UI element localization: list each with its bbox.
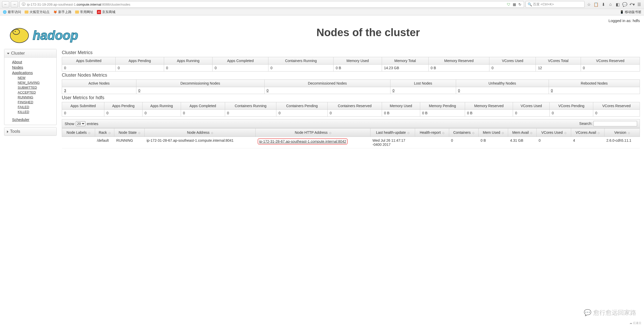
col-header: VCores Pending bbox=[550, 102, 593, 110]
metric-value: 0 bbox=[264, 87, 390, 94]
col-header: Rebooted Nodes bbox=[549, 80, 640, 87]
sort-icon: ◇ bbox=[211, 131, 213, 134]
sidebar-tools-header[interactable]: Tools bbox=[4, 127, 56, 136]
info-icon[interactable]: ⓘ bbox=[21, 2, 26, 7]
reload-icon[interactable]: ↻ bbox=[518, 2, 522, 7]
col-header[interactable]: Mem Avail ◇ bbox=[508, 128, 537, 137]
sort-icon: ◇ bbox=[407, 131, 409, 134]
col-header[interactable]: VCores Avail ◇ bbox=[571, 128, 604, 137]
metric-link[interactable]: 0 bbox=[138, 88, 140, 93]
col-header: Apps Completed bbox=[213, 57, 268, 65]
cell-health-report bbox=[415, 137, 449, 148]
sidebar-scheduler[interactable]: Scheduler bbox=[12, 117, 53, 122]
metric-link[interactable]: 0 bbox=[551, 88, 553, 93]
metric-value: 0 bbox=[550, 110, 593, 117]
col-header: Lost Nodes bbox=[390, 80, 456, 87]
nodes-metrics-title: Cluster Nodes Metrics bbox=[62, 73, 640, 78]
library-icon[interactable]: 📋 bbox=[593, 2, 599, 7]
bm-jd[interactable]: JD京东商城 bbox=[97, 10, 115, 14]
sidebar-state-killed[interactable]: KILLED bbox=[18, 109, 53, 114]
bm-frequent[interactable]: 🌐最常访问 bbox=[3, 10, 21, 14]
nav-toolbar: ← → ⓘ ip-172-31-19-209.ap-southeast-1.co… bbox=[0, 0, 644, 9]
col-header: Containers Running bbox=[268, 57, 334, 65]
sort-icon: ◇ bbox=[598, 131, 600, 134]
chat-icon[interactable]: 💬 bbox=[622, 2, 628, 7]
col-header: VCores Used bbox=[489, 57, 536, 65]
col-header: Memory Reserved bbox=[428, 57, 489, 65]
sidebar-state-accepted[interactable]: ACCEPTED bbox=[18, 90, 53, 95]
sidebar-state-failed[interactable]: FAILED bbox=[18, 105, 53, 109]
nodes-data-table: Node Labels ◇Rack ◇Node State ◇Node Addr… bbox=[62, 128, 640, 148]
forward-button[interactable]: → bbox=[11, 1, 18, 7]
show-label: Show bbox=[65, 121, 74, 126]
bm-getting-started[interactable]: 🦊新手上路 bbox=[53, 10, 72, 14]
shield-icon[interactable]: 🛡 bbox=[506, 2, 511, 7]
sidebar-state-running[interactable]: RUNNING bbox=[18, 95, 53, 100]
col-header[interactable]: Mem Used ◇ bbox=[478, 128, 508, 137]
sort-icon: ◇ bbox=[442, 131, 444, 134]
sidebar-state-new[interactable]: NEW bbox=[18, 75, 53, 80]
col-header[interactable]: VCores Used ◇ bbox=[537, 128, 571, 137]
metric-value: 0 bbox=[213, 65, 268, 71]
menu-icon[interactable]: ☰ bbox=[636, 2, 642, 7]
search-placeholder: 百度 <Ctrl+K> bbox=[533, 2, 554, 7]
qr-icon[interactable]: ▦ bbox=[512, 2, 517, 7]
home-icon[interactable]: ⌂ bbox=[608, 2, 613, 7]
cell-last-update: Wed Jul 26 11:47:17 -0400 2017 bbox=[370, 137, 415, 148]
sort-icon: ◇ bbox=[108, 131, 110, 134]
hadoop-logo: hadoop bbox=[4, 24, 96, 47]
bm-common-urls[interactable]: 常用网址 bbox=[75, 10, 93, 14]
bm-mobile[interactable]: 📱移动版书签 bbox=[620, 10, 641, 14]
sort-icon: ◇ bbox=[502, 131, 504, 134]
col-header[interactable]: Node State ◇ bbox=[114, 128, 145, 137]
col-header[interactable]: Node Address ◇ bbox=[145, 128, 256, 137]
col-header[interactable]: Containers ◇ bbox=[449, 128, 478, 137]
history-icon[interactable]: ↶▾ bbox=[629, 2, 635, 7]
col-header: Active Nodes bbox=[62, 80, 136, 87]
entries-select[interactable]: 20 bbox=[76, 121, 85, 126]
downloads-icon[interactable]: ⬇ bbox=[600, 2, 606, 7]
bookmark-star-icon[interactable]: ☆ bbox=[586, 2, 592, 7]
col-header: VCores Reserved bbox=[581, 57, 640, 65]
col-header[interactable]: Node Labels ◇ bbox=[62, 128, 95, 137]
col-header: Unhealthy Nodes bbox=[456, 80, 549, 87]
metric-value: 0 bbox=[513, 110, 550, 117]
browser-chrome: ← → ⓘ ip-172-31-19-209.ap-southeast-1.co… bbox=[0, 0, 644, 15]
back-button[interactable]: ← bbox=[2, 1, 9, 7]
sidebar-state-finished[interactable]: FINISHED bbox=[18, 100, 53, 105]
search-bar[interactable]: 🔍 百度 <Ctrl+K> bbox=[526, 1, 585, 8]
metric-link[interactable]: 3 bbox=[64, 88, 66, 93]
sidebar-cluster-header[interactable]: Cluster bbox=[4, 49, 56, 58]
cell-containers: 0 bbox=[449, 137, 478, 148]
col-header: Apps Submitted bbox=[62, 102, 104, 110]
metric-value: 0 bbox=[225, 110, 276, 117]
metric-value: 0 bbox=[136, 87, 264, 94]
sidebar-applications[interactable]: Applications bbox=[12, 70, 53, 75]
metric-link[interactable]: 0 bbox=[393, 88, 395, 93]
sidebar-about[interactable]: About bbox=[12, 59, 53, 65]
sidebar-nodes[interactable]: Nodes bbox=[12, 65, 53, 70]
metric-value: 12 bbox=[536, 65, 581, 71]
search-input[interactable] bbox=[593, 121, 637, 126]
metric-link[interactable]: 0 bbox=[458, 88, 460, 93]
url-bar[interactable]: ⓘ ip-172-31-19-209.ap-southeast-1.comput… bbox=[19, 1, 524, 8]
col-header[interactable]: Node HTTP Address ◇ bbox=[256, 128, 370, 137]
col-header[interactable]: Health-report ◇ bbox=[415, 128, 449, 137]
metric-link[interactable]: 0 bbox=[267, 88, 269, 93]
cell-http-address: ip-172-31-28-67.ap-southeast-1.compute.i… bbox=[256, 137, 370, 148]
col-header[interactable]: Last health-update ◇ bbox=[370, 128, 415, 137]
sort-icon: ◇ bbox=[472, 131, 474, 134]
cell-node-address: ip-172-31-28-67.ap-southeast-1.compute.i… bbox=[145, 137, 256, 148]
sidebar-state-new-saving[interactable]: NEW_SAVING bbox=[18, 80, 53, 85]
sidebar-state-submitted[interactable]: SUBMITTED bbox=[18, 85, 53, 90]
col-header[interactable]: Rack ◇ bbox=[95, 128, 114, 137]
metric-value: 0 B bbox=[420, 110, 465, 117]
node-http-link[interactable]: ip-172-31-28-67.ap-southeast-1.compute.i… bbox=[259, 139, 346, 144]
metric-value: 0 bbox=[116, 65, 164, 71]
col-header: Apps Pending bbox=[104, 102, 143, 110]
metric-value: 0 bbox=[104, 110, 143, 117]
metric-value: 0 B bbox=[382, 110, 420, 117]
bm-firefox-official[interactable]: 火狐官方站点 bbox=[25, 10, 49, 14]
col-header[interactable]: Version ◇ bbox=[604, 128, 640, 137]
sidebar-icon[interactable]: ◧ bbox=[615, 2, 620, 7]
